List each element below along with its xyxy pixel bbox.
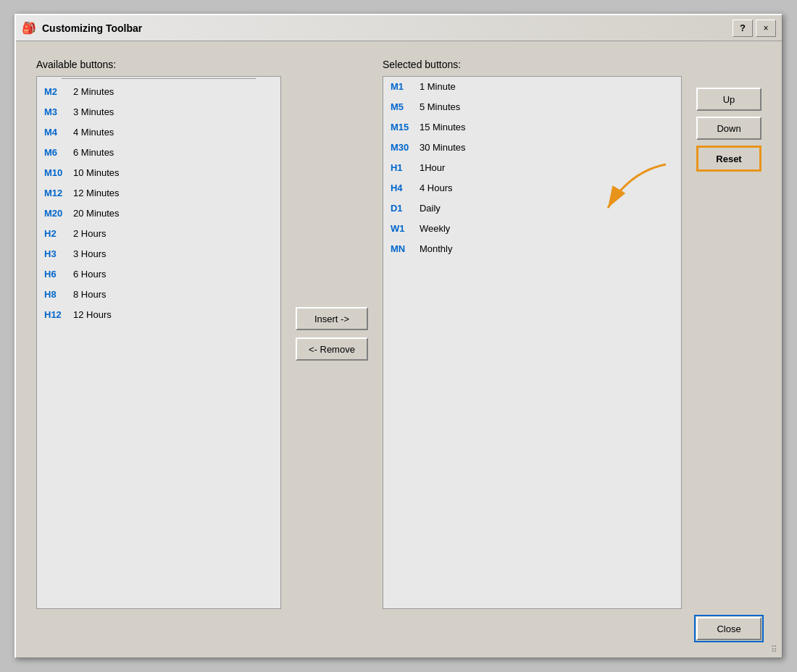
main-layout: Available buttons: M22 MinutesM33 Minute… xyxy=(36,59,761,609)
title-bar-controls: ? × xyxy=(733,20,776,37)
available-list-item[interactable]: M1212 Minutes xyxy=(37,183,280,203)
selected-list-panel[interactable]: M11 MinuteM55 MinutesM1515 MinutesM3030 … xyxy=(383,76,682,609)
selected-list-item[interactable]: MNMonthly xyxy=(383,239,681,259)
available-list-item[interactable]: H33 Hours xyxy=(37,244,280,264)
available-list-item[interactable]: M22 Minutes xyxy=(37,82,280,102)
available-list-item[interactable]: M1010 Minutes xyxy=(37,163,280,183)
up-button[interactable]: Up xyxy=(696,88,761,111)
selected-section-label: Selected buttons: xyxy=(383,59,682,70)
available-section-label: Available buttons: xyxy=(36,59,281,70)
right-buttons: Up Down Reset xyxy=(696,59,761,172)
resize-grip: ⠿ xyxy=(771,644,777,655)
selected-panel-wrapper: Selected buttons: M11 MinuteM55 MinutesM… xyxy=(383,59,682,609)
selected-list-item[interactable]: W1Weekly xyxy=(383,219,681,239)
selected-list: M11 MinuteM55 MinutesM1515 MinutesM3030 … xyxy=(383,77,681,259)
selected-list-item[interactable]: M3030 Minutes xyxy=(383,138,681,158)
customizing-toolbar-dialog: 🎒 Customizing Toolbar ? × Available butt… xyxy=(14,14,783,658)
available-list: M22 MinutesM33 MinutesM44 MinutesM66 Min… xyxy=(37,82,280,325)
selected-list-item[interactable]: H11Hour xyxy=(383,158,681,178)
available-list-item[interactable]: H66 Hours xyxy=(37,264,280,285)
dialog-title: Customizing Toolbar xyxy=(42,22,733,34)
selected-list-item[interactable]: M55 Minutes xyxy=(383,97,681,117)
insert-button[interactable]: Insert -> xyxy=(296,307,368,330)
app-icon: 🎒 xyxy=(22,21,36,35)
close-window-button[interactable]: × xyxy=(756,20,776,37)
selected-list-item[interactable]: D1Daily xyxy=(383,198,681,219)
available-list-item[interactable]: M33 Minutes xyxy=(37,102,280,122)
available-list-item[interactable]: M44 Minutes xyxy=(37,122,280,143)
remove-button[interactable]: <- Remove xyxy=(296,337,368,361)
available-divider xyxy=(62,78,256,79)
close-button[interactable]: Close xyxy=(696,617,761,640)
reset-btn-wrapper: Reset xyxy=(696,146,761,172)
available-list-item[interactable]: H88 Hours xyxy=(37,285,280,305)
selected-list-item[interactable]: H44 Hours xyxy=(383,178,681,198)
reset-button[interactable]: Reset xyxy=(696,146,761,172)
available-list-item[interactable]: M66 Minutes xyxy=(37,143,280,163)
available-list-item[interactable]: H1212 Hours xyxy=(37,305,280,325)
selected-list-item[interactable]: M1515 Minutes xyxy=(383,117,681,138)
available-list-item[interactable]: M2020 Minutes xyxy=(37,203,280,224)
available-list-item[interactable]: H22 Hours xyxy=(37,224,280,244)
down-button[interactable]: Down xyxy=(696,117,761,140)
help-button[interactable]: ? xyxy=(733,20,753,37)
middle-buttons: Insert -> <- Remove xyxy=(296,307,368,361)
title-bar: 🎒 Customizing Toolbar ? × xyxy=(16,15,782,41)
available-list-panel[interactable]: M22 MinutesM33 MinutesM44 MinutesM66 Min… xyxy=(36,76,281,609)
available-panel-wrapper: Available buttons: M22 MinutesM33 Minute… xyxy=(36,59,281,609)
selected-list-item[interactable]: M11 Minute xyxy=(383,77,681,97)
dialog-content: Available buttons: M22 MinutesM33 Minute… xyxy=(16,41,782,658)
